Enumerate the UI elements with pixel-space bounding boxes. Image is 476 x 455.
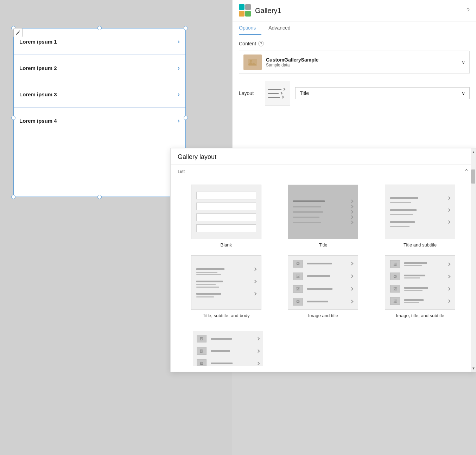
chevron-icon: › bbox=[178, 91, 180, 98]
layout-option-blank[interactable]: Blank bbox=[178, 181, 275, 252]
gallery-item-4[interactable]: Lorem ipsum 4 › bbox=[14, 108, 185, 134]
img-placeholder-icon: 🖼 bbox=[197, 335, 207, 342]
img-placeholder-icon: 🖼 bbox=[390, 285, 400, 293]
layout-preview bbox=[265, 81, 290, 105]
resize-handle-bm[interactable] bbox=[97, 195, 102, 199]
layout-dropdown[interactable]: Title ∨ bbox=[295, 87, 470, 99]
img-placeholder-icon: 🖼 bbox=[390, 260, 400, 268]
content-info: CustomGallerySample Sample data bbox=[266, 57, 462, 68]
title-subtitle-label: Title and subtitle bbox=[404, 242, 437, 248]
gallery-item-3[interactable]: Lorem ipsum 3 › bbox=[14, 81, 185, 108]
image-title-subtitle-thumbnail: 🖼 🖼 🖼 bbox=[385, 255, 455, 310]
img-placeholder-icon: 🖼 bbox=[293, 273, 303, 280]
title-subtitle-body-thumbnail bbox=[191, 255, 261, 310]
partial-item-1[interactable]: 🖼 🖼 🖼 bbox=[178, 331, 278, 368]
title-subtitle-body-label: Title, subtitle, and body bbox=[203, 313, 249, 319]
gallery-item-2[interactable]: Lorem ipsum 2 › bbox=[14, 55, 185, 81]
blank-label: Blank bbox=[221, 242, 232, 248]
layout-row: Layout Title ∨ bbox=[239, 81, 470, 105]
list-section-label: List ⌃ bbox=[171, 165, 476, 176]
data-source-subtitle: Sample data bbox=[266, 63, 462, 68]
scroll-up-button[interactable]: ▲ bbox=[471, 148, 476, 155]
img-placeholder-icon: 🖼 bbox=[197, 359, 207, 366]
svg-point-1 bbox=[250, 60, 252, 62]
layout-option-title-subtitle[interactable]: Title and subtitle bbox=[372, 181, 469, 252]
resize-handle-mr[interactable] bbox=[184, 116, 188, 120]
gallery-layout-partial-row: 🖼 🖼 🖼 bbox=[171, 327, 476, 372]
help-icon[interactable]: ? bbox=[467, 7, 470, 14]
title-subtitle-thumbnail bbox=[385, 185, 455, 239]
icon-cell-gray bbox=[245, 4, 251, 10]
layout-label: Layout bbox=[239, 90, 260, 96]
content-help-icon: ? bbox=[258, 41, 264, 46]
tab-options[interactable]: Options bbox=[239, 21, 261, 35]
content-thumbnail bbox=[243, 55, 262, 70]
resize-handle-tm[interactable] bbox=[97, 26, 102, 30]
gallery-item-label: Lorem ipsum 4 bbox=[19, 118, 57, 124]
title-label: Title bbox=[319, 242, 327, 248]
img-placeholder-icon: 🖼 bbox=[390, 297, 400, 305]
img-placeholder-icon: 🖼 bbox=[293, 298, 303, 306]
panel-tabs: Options Advanced bbox=[233, 21, 476, 35]
icon-cell-orange bbox=[239, 11, 245, 17]
img-placeholder-icon: 🖼 bbox=[293, 260, 303, 268]
scroll-down-button[interactable]: ▼ bbox=[471, 365, 476, 372]
partial-thumbnail: 🖼 🖼 🖼 bbox=[193, 331, 263, 366]
icon-cell-green bbox=[245, 11, 251, 17]
image-placeholder-icon bbox=[248, 58, 258, 66]
gallery-layout-title: Gallery layout bbox=[171, 148, 476, 165]
content-section-label: Content ? bbox=[239, 41, 470, 46]
layout-current-name: Title bbox=[300, 90, 309, 96]
pencil-icon bbox=[15, 30, 20, 35]
gallery-layout-grid: Blank bbox=[171, 176, 476, 327]
content-source-row[interactable]: CustomGallerySample Sample data ∨ bbox=[239, 51, 470, 74]
scrollbar-thumb[interactable] bbox=[471, 169, 475, 184]
image-title-subtitle-label: Image, title, and subtitle bbox=[396, 313, 444, 319]
img-placeholder-icon: 🖼 bbox=[293, 285, 303, 293]
scrollbar[interactable]: ▲ ▼ bbox=[471, 148, 476, 372]
panel-header: Gallery1 ? bbox=[233, 0, 476, 21]
tab-advanced[interactable]: Advanced bbox=[268, 21, 296, 35]
dropdown-arrow-icon: ∨ bbox=[462, 59, 465, 65]
layout-option-title-subtitle-body[interactable]: Title, subtitle, and body bbox=[178, 252, 275, 322]
right-panel: Gallery1 ? Options Advanced Content ? Cu… bbox=[232, 0, 476, 148]
data-source-name: CustomGallerySample bbox=[266, 57, 462, 63]
gallery-app-icon bbox=[239, 4, 252, 17]
layout-option-image-title-subtitle[interactable]: 🖼 🖼 🖼 bbox=[372, 252, 469, 322]
collapse-button[interactable]: ⌃ bbox=[464, 168, 469, 175]
resize-handle-ml[interactable] bbox=[11, 116, 15, 120]
edit-button[interactable] bbox=[13, 28, 23, 37]
image-title-thumbnail: 🖼 🖼 🖼 bbox=[288, 255, 358, 310]
chevron-icon: › bbox=[178, 117, 180, 124]
gallery-item-label: Lorem ipsum 3 bbox=[19, 91, 57, 97]
gallery-layout-panel: Gallery layout List ⌃ Blank bbox=[170, 148, 476, 372]
gallery-item-label: Lorem ipsum 2 bbox=[19, 65, 57, 71]
icon-cell-teal bbox=[239, 4, 245, 10]
img-placeholder-icon: 🖼 bbox=[390, 273, 400, 280]
resize-handle-tr[interactable] bbox=[184, 26, 188, 30]
image-title-label: Image and title bbox=[308, 313, 338, 319]
img-placeholder-icon: 🖼 bbox=[197, 347, 207, 355]
layout-option-title[interactable]: Title bbox=[275, 181, 372, 252]
blank-thumbnail bbox=[191, 185, 261, 239]
chevron-icon: › bbox=[178, 64, 180, 72]
layout-option-image-title[interactable]: 🖼 🖼 🖼 bbox=[275, 252, 372, 322]
chevron-icon: › bbox=[178, 38, 180, 45]
title-thumbnail bbox=[288, 185, 358, 239]
gallery-widget[interactable]: Lorem ipsum 1 › Lorem ipsum 2 › Lorem ip… bbox=[13, 28, 186, 197]
panel-title: Gallery1 bbox=[255, 7, 463, 15]
gallery-item-label: Lorem ipsum 1 bbox=[19, 39, 57, 45]
gallery-item-1[interactable]: Lorem ipsum 1 › bbox=[14, 28, 185, 55]
panel-body: Content ? CustomGallerySample Sample dat… bbox=[233, 35, 476, 111]
resize-handle-bl[interactable] bbox=[11, 195, 15, 199]
layout-chevron-down-icon: ∨ bbox=[462, 90, 465, 96]
